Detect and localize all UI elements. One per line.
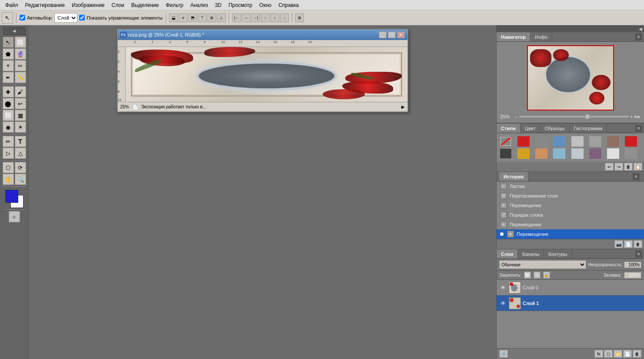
- menu-file[interactable]: Файл: [2, 1, 22, 9]
- swatch-3[interactable]: [553, 136, 566, 147]
- doc-canvas[interactable]: [126, 47, 407, 102]
- brush-tool[interactable]: 🖌: [15, 86, 26, 97]
- tab-histogram[interactable]: Гистограмма: [570, 124, 607, 133]
- history-item-3[interactable]: ☰ Порядок слоев: [497, 210, 644, 220]
- show-controls-checkbox[interactable]: [79, 15, 85, 20]
- swatch-4[interactable]: [571, 136, 584, 147]
- zoom-tool[interactable]: 🔍: [15, 174, 26, 185]
- tab-navigator[interactable]: Навигатор: [497, 32, 531, 41]
- layer-eye-0[interactable]: 👁: [499, 284, 507, 292]
- align-bottom-icon[interactable]: ⊥: [217, 13, 226, 22]
- swatch-8[interactable]: [499, 148, 512, 159]
- dist-bottom-icon[interactable]: ↓: [280, 13, 289, 22]
- layers-options-btn[interactable]: ≡: [635, 251, 642, 258]
- zoom-extra-btn[interactable]: ▶▶: [634, 114, 641, 119]
- toolbox-collapse[interactable]: ◀: [3, 27, 26, 35]
- styles-ctrl-4[interactable]: 📋: [634, 163, 642, 171]
- text-tool[interactable]: T: [15, 136, 26, 147]
- shape-tool[interactable]: △: [15, 148, 26, 159]
- pen-tool[interactable]: ✏: [3, 136, 14, 147]
- doc-arrow-icon[interactable]: ▶: [401, 104, 405, 109]
- layer-item-1[interactable]: 👁 Слой 1: [497, 295, 644, 311]
- blur-tool[interactable]: ◉: [3, 121, 14, 133]
- tab-samples[interactable]: Образцы: [541, 124, 570, 133]
- minimize-btn[interactable]: _: [379, 31, 387, 38]
- stamp-tool[interactable]: ⬤: [3, 98, 14, 109]
- gradient-tool[interactable]: ▦: [15, 110, 26, 121]
- menu-view[interactable]: Просмотр: [225, 1, 256, 9]
- swatch-9[interactable]: [517, 148, 530, 159]
- heal-tool[interactable]: ✚: [3, 86, 14, 97]
- menu-select[interactable]: Выделение: [128, 1, 163, 9]
- tab-channels[interactable]: Каналы: [518, 249, 544, 258]
- align-left-icon[interactable]: ⬓: [169, 13, 178, 22]
- history-item-5[interactable]: ✛ Перемещение: [497, 229, 644, 239]
- layer-group-btn[interactable]: 📁: [614, 350, 622, 358]
- history-item-2[interactable]: ✛ Перемещение: [497, 201, 644, 210]
- menu-analysis[interactable]: Анализ: [187, 1, 212, 9]
- tab-color[interactable]: Цвет: [521, 124, 541, 133]
- styles-options-btn[interactable]: ≡: [635, 125, 642, 132]
- styles-ctrl-3[interactable]: 🗑: [624, 163, 633, 171]
- hand-tool[interactable]: ✋: [3, 174, 14, 185]
- align-center-h-icon[interactable]: ≡: [179, 13, 187, 22]
- menu-edit[interactable]: Редактирование: [22, 1, 68, 9]
- styles-ctrl-1[interactable]: ↩: [605, 163, 614, 171]
- move-tool[interactable]: ↖: [3, 37, 14, 48]
- menu-help[interactable]: Справка: [275, 1, 302, 9]
- menu-window[interactable]: Окно: [256, 1, 275, 9]
- lock-position-icon[interactable]: ✛: [534, 272, 541, 278]
- tab-paths[interactable]: Контуры: [544, 249, 572, 258]
- align-right-icon[interactable]: ⬒: [188, 13, 197, 22]
- extra-tool-icon[interactable]: ⊞: [295, 13, 304, 22]
- swatch-12[interactable]: [571, 148, 584, 159]
- swatch-7[interactable]: [624, 136, 637, 147]
- 3d-rotate-tool[interactable]: ⟳: [15, 162, 26, 173]
- quick-mask-tool[interactable]: ○: [9, 211, 20, 222]
- blend-mode-select[interactable]: Обычные: [499, 260, 586, 269]
- swatch-none[interactable]: [499, 136, 512, 147]
- lasso-tool[interactable]: ⬟: [3, 48, 14, 60]
- zoom-in-icon[interactable]: +: [630, 114, 633, 119]
- 3d-tool[interactable]: ⬡: [3, 162, 14, 173]
- dist-top-icon[interactable]: ↑: [261, 13, 270, 22]
- history-options-btn[interactable]: ≡: [633, 173, 640, 180]
- history-brush-tool[interactable]: ↩: [15, 98, 26, 109]
- swatch-10[interactable]: [535, 148, 548, 159]
- lock-pixels-icon[interactable]: ⬜: [524, 272, 531, 278]
- swatch-11[interactable]: [553, 148, 566, 159]
- eraser-tool[interactable]: ⬜: [3, 110, 14, 121]
- dodge-tool[interactable]: ☀: [15, 121, 26, 133]
- tab-info[interactable]: Инфо: [531, 32, 552, 41]
- crop-tool[interactable]: ⌖: [3, 60, 14, 71]
- opacity-value[interactable]: 100%: [624, 262, 641, 268]
- dist-right-icon[interactable]: →|: [251, 13, 260, 22]
- styles-ctrl-2[interactable]: ↪: [614, 163, 623, 171]
- layer-mask-btn[interactable]: ◻: [604, 350, 613, 358]
- swatch-1[interactable]: [517, 136, 530, 147]
- swatch-6[interactable]: [607, 136, 620, 147]
- layer-new-btn[interactable]: 📄: [623, 350, 632, 358]
- history-item-1[interactable]: ☰ Перетаскивание слоя: [497, 191, 644, 201]
- align-top-icon[interactable]: ⊤: [198, 13, 207, 22]
- swatch-14[interactable]: [607, 148, 620, 159]
- align-middle-icon[interactable]: ⊞: [207, 13, 216, 22]
- layer-link-btn[interactable]: 🔗: [499, 350, 508, 358]
- menu-layers[interactable]: Слои: [108, 1, 128, 9]
- menu-filter[interactable]: Фильтр: [162, 1, 187, 9]
- history-ctrl-snapshot[interactable]: 📷: [614, 240, 623, 248]
- dist-left-icon[interactable]: |←: [232, 13, 241, 22]
- path-selection-tool[interactable]: ▷: [3, 148, 14, 159]
- move-tool-btn[interactable]: ↖: [2, 12, 13, 23]
- history-ctrl-delete[interactable]: 🗑: [634, 240, 642, 248]
- slice-tool[interactable]: ✂: [15, 60, 26, 71]
- tab-layers[interactable]: Слои: [497, 249, 518, 258]
- layer-eye-1[interactable]: 👁: [499, 299, 507, 307]
- swatch-5[interactable]: [589, 136, 602, 147]
- zoom-slider[interactable]: [519, 116, 629, 117]
- layer-item-0[interactable]: 👁 Слой 0: [497, 280, 644, 295]
- canvas-area[interactable]: Ps roza.png @ 25% (Слой 1, RGB/8) * _ □ …: [29, 25, 496, 359]
- foreground-color[interactable]: [5, 190, 18, 203]
- panel-collapse-btn[interactable]: ◀: [639, 27, 642, 31]
- history-ctrl-new[interactable]: 📄: [624, 240, 633, 248]
